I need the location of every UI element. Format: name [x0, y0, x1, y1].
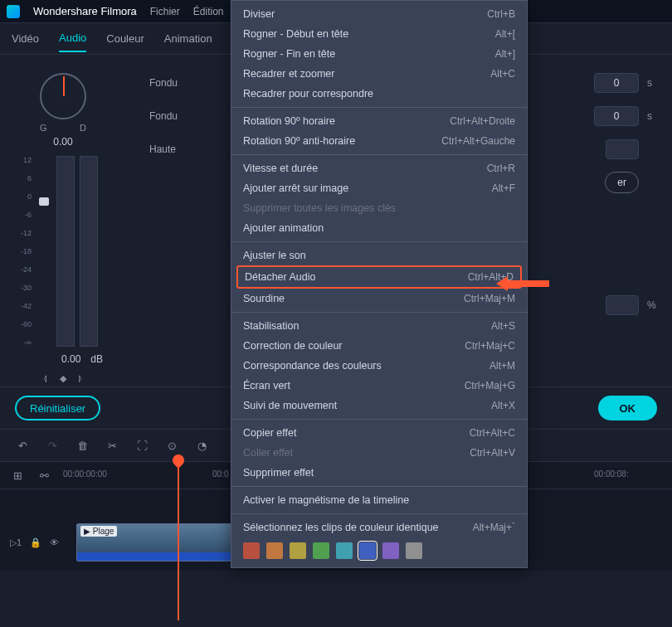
menu-file[interactable]: Fichier: [150, 6, 180, 17]
context-item[interactable]: Ajouter animation: [231, 218, 527, 238]
reset-button[interactable]: Réinitialiser: [15, 396, 100, 420]
lock-icon[interactable]: 🔒: [30, 537, 41, 548]
keyframe-nav: ⦉ ◆ ⦊: [13, 373, 113, 384]
color-swatch[interactable]: [290, 542, 306, 559]
context-item[interactable]: Correspondance des couleursAlt+M: [231, 356, 527, 376]
context-item[interactable]: DiviserCtrl+B: [231, 4, 527, 24]
color-icon[interactable]: ◔: [194, 438, 209, 453]
visibility-icon[interactable]: 👁: [50, 537, 59, 547]
context-item[interactable]: Rotation 90º anti-horaireCtrl+Alt+Gauche: [231, 131, 527, 151]
tab-color[interactable]: Couleur: [106, 26, 144, 51]
context-item[interactable]: Recadrer et zoomerAlt+C: [231, 64, 527, 84]
context-item[interactable]: Activer le magnétisme de la timeline: [231, 490, 527, 510]
vu-value: 0.00: [61, 353, 80, 365]
context-separator: [231, 154, 527, 155]
context-item[interactable]: Rogner - Fin en têteAlt+]: [231, 44, 527, 64]
context-item: Coller effetCtrl+Alt+V: [231, 443, 527, 463]
fade-in-label: Fondu: [149, 77, 178, 89]
context-separator: [231, 241, 527, 242]
color-swatch[interactable]: [313, 542, 329, 559]
color-swatch[interactable]: [406, 542, 422, 559]
context-item[interactable]: Ajouter arrêt sur imageAlt+F: [231, 178, 527, 198]
app-logo-icon: [7, 5, 20, 18]
context-separator: [231, 486, 527, 487]
balance-left-label: G: [40, 123, 47, 133]
tab-audio[interactable]: Audio: [59, 25, 86, 52]
vu-meter-right: [80, 156, 98, 347]
vu-unit: dB: [90, 353, 103, 365]
app-title: Wondershare Filmora: [33, 5, 137, 17]
volume-slider[interactable]: [40, 156, 48, 347]
context-item[interactable]: Copier effetCtrl+Alt+C: [231, 423, 527, 443]
context-item[interactable]: Écran vertCtrl+Maj+G: [231, 376, 527, 396]
context-item[interactable]: StabilisationAlt+S: [231, 316, 527, 336]
clip-audio-wave: [77, 552, 233, 561]
pct-input[interactable]: [606, 295, 639, 315]
tab-animation[interactable]: Animation: [164, 26, 212, 51]
context-item[interactable]: SourdineCtrl+Maj+M: [231, 289, 527, 309]
context-item[interactable]: Rotation 90º horaireCtrl+Alt+Droite: [231, 111, 527, 131]
speed-icon[interactable]: ⊙: [164, 438, 179, 453]
color-swatch[interactable]: [266, 542, 283, 559]
slider-handle-icon: [39, 197, 49, 206]
video-clip[interactable]: ▶ Plage: [76, 523, 234, 561]
tab-video[interactable]: Vidéo: [12, 26, 39, 51]
context-item[interactable]: Supprimer effet: [231, 463, 527, 483]
context-menu: DiviserCtrl+BRogner - Début en têteAlt+[…: [231, 0, 528, 568]
balance-right-label: D: [80, 123, 86, 133]
context-item[interactable]: Rogner - Début en têteAlt+[: [231, 24, 527, 44]
vu-meter-area: 1260-6-12-18-24-30-42-60-∞: [13, 156, 113, 347]
annotation-arrow-icon: [506, 280, 549, 287]
ok-button[interactable]: OK: [598, 396, 658, 420]
vu-ticks: 1260-6-12-18-24-30-42-60-∞: [13, 156, 32, 347]
undo-icon[interactable]: ↶: [15, 438, 30, 453]
context-item: Supprimer toutes les images clés: [231, 198, 527, 218]
context-separator: [231, 419, 527, 420]
context-item[interactable]: Vitesse et duréeCtrl+R: [231, 158, 527, 178]
add-track-icon[interactable]: ⊞: [10, 468, 25, 483]
unit-s: s: [647, 77, 655, 89]
context-item[interactable]: Ajuster le son: [231, 245, 527, 265]
color-swatch[interactable]: [359, 542, 376, 559]
vu-meter-left: [56, 156, 75, 347]
context-color-swatches: [231, 537, 527, 564]
unit-s2: s: [647, 110, 655, 122]
context-item[interactable]: Recadrer pour correspondre: [231, 84, 527, 104]
redo-icon[interactable]: ↷: [45, 438, 60, 453]
next-keyframe-icon[interactable]: ⦊: [78, 373, 83, 384]
track-label: ▷1: [10, 537, 22, 548]
color-swatch[interactable]: [243, 542, 260, 559]
context-item[interactable]: Correction de couleurCtrl+Maj+C: [231, 336, 527, 356]
color-swatch[interactable]: [382, 542, 399, 559]
unit-pct: %: [647, 299, 655, 311]
context-item[interactable]: Détacher AudioCtrl+Alt+D: [236, 265, 522, 289]
dial-needle-icon: [63, 76, 65, 96]
fade-out-label: Fondu: [149, 110, 178, 122]
fade-out-input[interactable]: [594, 106, 639, 126]
link-icon[interactable]: ⚯: [37, 468, 51, 483]
clip-name: ▶ Plage: [80, 526, 117, 537]
pitch-input[interactable]: [606, 139, 639, 159]
balance-dial[interactable]: [40, 73, 86, 119]
pill-button[interactable]: er: [605, 172, 639, 193]
context-separator: [231, 513, 527, 514]
prev-keyframe-icon[interactable]: ⦉: [43, 373, 48, 384]
playhead[interactable]: [178, 454, 179, 620]
delete-icon[interactable]: 🗑: [75, 438, 90, 453]
crop-icon[interactable]: ⛶: [134, 438, 149, 453]
context-item[interactable]: Sélectionnez les clips de couleur identi…: [231, 518, 527, 537]
context-separator: [231, 312, 527, 313]
context-separator: [231, 107, 527, 108]
fade-in-input[interactable]: [594, 73, 639, 93]
color-swatch[interactable]: [336, 542, 353, 559]
pitch-label: Haute: [149, 143, 176, 155]
add-keyframe-icon[interactable]: ◆: [60, 373, 66, 384]
menu-edit[interactable]: Édition: [193, 6, 224, 17]
cut-icon[interactable]: ✂: [105, 438, 119, 453]
context-item[interactable]: Suivi de mouvementAlt+X: [231, 396, 527, 416]
balance-value: 0.00: [13, 136, 113, 148]
